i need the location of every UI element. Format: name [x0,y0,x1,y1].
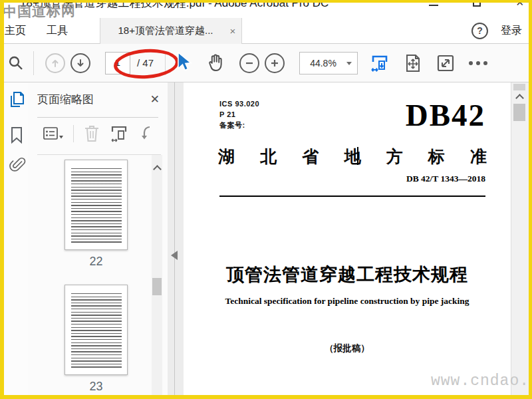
panel-title: 页面缩略图 [37,92,150,107]
tab-home[interactable]: 主页 [5,24,26,38]
standard-name: 湖 北 省 地 方 标 准 [218,146,487,168]
standard-number: DB 42/T 1343—2018 [406,174,485,184]
tab-tools[interactable]: 工具 [47,24,68,38]
watermark-bottom-right: www.cndao.com [431,372,532,390]
draft-note: （报批稿） [184,342,511,354]
horizontal-rule [219,196,485,197]
sign-in-button[interactable]: 登录 [501,24,522,38]
thumbnail-page-number: 22 [65,255,128,269]
panel-divider [37,154,161,155]
fit-width-button[interactable] [370,53,390,73]
tab-bar: 主页 工具 18+顶管法管道穿越... × ? 登录 [0,18,532,44]
panel-scrollbar[interactable] [152,155,162,396]
fit-page-button[interactable] [403,53,423,73]
collapse-panel-icon[interactable] [171,251,178,260]
thumbnail-page-number: 23 [65,380,128,394]
ics-line: ICS 93.020 [219,98,259,109]
previous-page-button[interactable] [45,53,65,73]
help-icon[interactable]: ? [471,23,488,39]
bookmarks-icon[interactable] [9,126,25,144]
thumbnail-options-icon[interactable] [43,126,64,142]
ics-classification: ICS 93.020 P 21 备案号: [219,98,259,130]
fullscreen-button[interactable] [436,54,455,72]
maximize-icon[interactable] [473,0,481,7]
minimize-icon[interactable] [429,0,438,6]
title-bar: 18+顶管法管道穿越工程技术规程.pdf - Adobe Acrobat Pro… [0,0,532,18]
thumbnail-image[interactable] [65,160,128,250]
hand-tool-icon[interactable] [206,53,225,73]
thumbnails-panel: 页面缩略图 ✕ 22 23 [28,82,168,396]
next-page-button[interactable] [70,53,90,73]
tab-close-icon[interactable]: × [224,25,241,37]
document-scrollbar-box [513,84,525,90]
standard-code: DB42 [406,97,485,133]
toolbar-separator [165,51,166,75]
rotate-pages-icon[interactable] [139,124,154,143]
panel-close-icon[interactable]: ✕ [150,92,160,106]
thumbnail-text-lines [71,168,122,243]
watermark-top-left: 中国道标网 [3,1,76,21]
panel-scrollbar-thumb[interactable] [152,278,162,295]
panel-border [174,82,175,396]
p-class-line: P 21 [219,109,259,120]
thumbnail-page-22[interactable]: 22 [65,160,128,269]
thumbnail-text-lines [71,293,122,368]
panel-resize-gutter[interactable] [168,82,184,396]
document-page: ICS 93.020 P 21 备案号: DB42 湖 北 省 地 方 标 准 … [184,82,511,396]
toolbar-separator [33,51,34,75]
document-tab-label: 18+顶管法管道穿越... [100,25,224,37]
more-tools-icon[interactable] [468,61,488,66]
acrobat-window: 18+顶管法管道穿越工程技术规程.pdf - Adobe Acrobat Pro… [0,0,532,399]
delete-pages-icon[interactable] [83,124,100,143]
text-cursor [357,147,358,165]
zoom-level-dropdown[interactable]: 44.8% [299,52,358,74]
page-number-input[interactable]: 1 [105,52,130,74]
document-scrollbar-thumb[interactable] [513,104,525,121]
panel-tools-separator [73,125,74,142]
page-thumbnails-icon[interactable] [9,90,26,109]
attachments-icon[interactable] [9,156,26,173]
mouse-cursor-icon [176,52,194,73]
document-title-cn: 顶管法管道穿越工程技术规程 [184,263,511,287]
chevron-down-icon [346,62,352,65]
document-tab[interactable]: 18+顶管法管道穿越... × [100,18,242,44]
zoom-out-button[interactable] [239,53,259,73]
record-no-line: 备案号: [219,120,259,130]
search-icon[interactable] [8,55,24,71]
panel-divider [37,117,158,118]
page-count-label: / 47 [137,57,154,68]
main-toolbar: 1 / 47 44.8% [0,44,532,82]
document-scrollbar[interactable] [511,82,529,396]
zoom-in-button[interactable] [265,53,285,73]
document-title-en: Technical specification for pipeline con… [184,296,511,307]
thumbnail-image[interactable] [65,285,128,375]
close-icon[interactable]: ✕ [515,0,524,7]
insert-pages-icon[interactable] [110,124,130,143]
thumbnail-page-23[interactable]: 23 [65,285,128,394]
zoom-level-value: 44.8% [300,58,346,68]
navigation-rail [0,82,28,396]
